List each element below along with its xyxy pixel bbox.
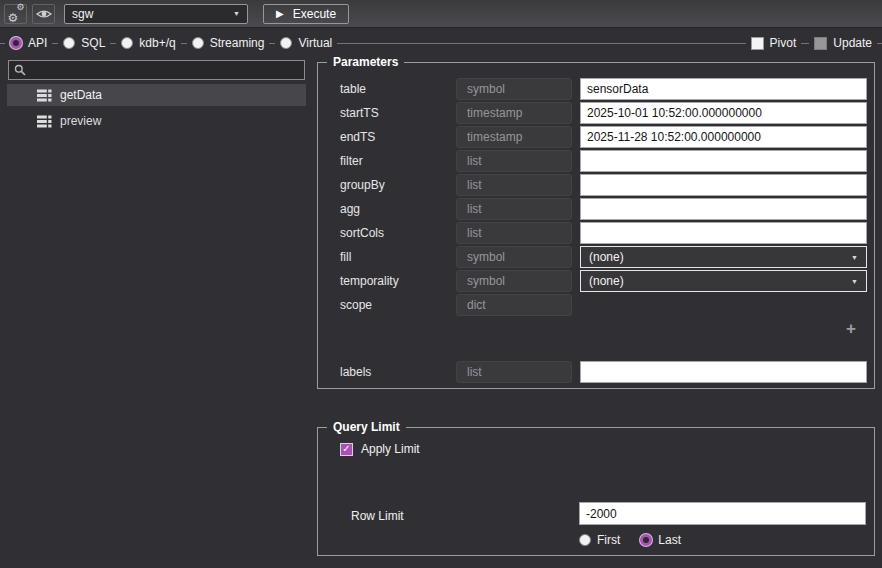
sidebar-item-getdata[interactable]: getData [7, 84, 306, 106]
param-type-chip: list [456, 150, 572, 172]
order-radio-last[interactable]: Last [635, 530, 686, 550]
query-type-radio-sql[interactable]: SQL [58, 33, 110, 53]
radio-label: kdb+/q [139, 36, 175, 50]
param-input-labels[interactable] [580, 361, 867, 383]
param-select-fill[interactable]: (none)▼ [580, 246, 867, 268]
param-type-chip: list [456, 222, 572, 244]
api-list: getData preview [7, 84, 306, 136]
plus-icon: + [846, 319, 856, 338]
flag-label: Pivot [770, 36, 797, 50]
param-select-temporality[interactable]: (none)▼ [580, 270, 867, 292]
parameter-rows: tablesymbolstartTStimestampendTStimestam… [340, 78, 874, 383]
param-row-agg: agglist [340, 198, 874, 220]
table-icon [37, 89, 52, 102]
preview-visibility-button[interactable] [32, 4, 55, 24]
query-type-radio-api[interactable]: API [5, 33, 52, 53]
param-input-table[interactable] [580, 78, 867, 100]
param-row-labels: labelslist [340, 361, 874, 383]
query-limit-panel: Query Limit ✓ Apply Limit Row Limit Firs… [317, 427, 875, 556]
query-type-radio-group: APISQLkdb+/qStreamingVirtual [5, 30, 337, 56]
chevron-down-icon: ▼ [851, 278, 858, 285]
radio-icon [63, 37, 75, 49]
query-type-radio-streaming[interactable]: Streaming [187, 33, 270, 53]
param-label: groupBy [340, 178, 456, 192]
query-limit-panel-title: Query Limit [327, 420, 406, 434]
view-flags-group: PivotUpdate [746, 30, 877, 56]
param-type-chip: list [456, 198, 572, 220]
param-row-endts: endTStimestamp [340, 126, 874, 148]
settings-button[interactable]: ⚙⚙ [4, 4, 27, 24]
scope-add-row: + [340, 318, 874, 340]
param-input-startts[interactable] [580, 102, 867, 124]
execute-button[interactable]: ▶ Execute [263, 4, 349, 24]
param-row-sortcols: sortColslist [340, 222, 874, 244]
row-limit-label: Row Limit [351, 509, 404, 523]
param-input-filter[interactable] [580, 150, 867, 172]
row-limit-input[interactable] [579, 502, 866, 525]
param-row-scope: scopedict [340, 294, 874, 316]
flag-checkbox-pivot[interactable]: Pivot [746, 33, 802, 53]
radio-label: Virtual [298, 36, 332, 50]
radio-label: SQL [81, 36, 105, 50]
order-radio-first[interactable]: First [574, 530, 625, 550]
checkbox-icon [814, 37, 827, 50]
radio-icon [121, 37, 133, 49]
radio-icon [640, 534, 652, 546]
connection-select[interactable]: sgw ▼ [64, 4, 248, 24]
sidebar-item-label: getData [60, 88, 102, 102]
radio-label: Last [658, 533, 681, 547]
flag-label: Update [833, 36, 872, 50]
param-type-chip: symbol [456, 246, 572, 268]
radio-icon [192, 37, 204, 49]
param-row-fill: fillsymbol(none)▼ [340, 246, 874, 268]
top-toolbar: ⚙⚙ sgw ▼ ▶ Execute [0, 0, 882, 28]
play-icon: ▶ [276, 8, 284, 19]
param-input-endts[interactable] [580, 126, 867, 148]
param-label: temporality [340, 274, 456, 288]
table-icon [37, 115, 52, 128]
radio-label: First [597, 533, 620, 547]
param-label: fill [340, 250, 456, 264]
param-label: table [340, 82, 456, 96]
add-scope-entry-button[interactable]: + [846, 321, 856, 337]
param-label: sortCols [340, 226, 456, 240]
param-type-chip: symbol [456, 270, 572, 292]
radio-icon [10, 37, 22, 49]
gears-icon: ⚙⚙ [8, 6, 24, 21]
sidebar-item-label: preview [60, 114, 101, 128]
param-row-temporality: temporalitysymbol(none)▼ [340, 270, 874, 292]
apply-limit-checkbox[interactable]: ✓ Apply Limit [340, 442, 420, 456]
param-label: endTS [340, 130, 456, 144]
query-type-radio-kdb-q[interactable]: kdb+/q [116, 33, 180, 53]
row-limit-order-radio-group: FirstLast [574, 530, 686, 550]
checkbox-icon [751, 37, 764, 50]
execute-button-label: Execute [293, 7, 336, 21]
eye-icon [36, 8, 52, 20]
query-builder-window: ⚙⚙ sgw ▼ ▶ Execute APISQLkdb+/qStreaming… [0, 0, 882, 568]
param-select-value: (none) [589, 274, 624, 288]
param-select-value: (none) [589, 250, 624, 264]
search-input[interactable] [31, 63, 299, 77]
param-row-startts: startTStimestamp [340, 102, 874, 124]
query-type-radio-virtual[interactable]: Virtual [275, 33, 337, 53]
connection-select-value: sgw [72, 7, 93, 21]
param-type-chip: list [456, 174, 572, 196]
param-input-sortcols[interactable] [580, 222, 867, 244]
sidebar-item-preview[interactable]: preview [7, 110, 306, 132]
param-row-table: tablesymbol [340, 78, 874, 100]
param-type-chip: list [456, 361, 572, 383]
param-label: startTS [340, 106, 456, 120]
query-type-row: APISQLkdb+/qStreamingVirtual PivotUpdate [0, 30, 882, 56]
radio-label: Streaming [210, 36, 265, 50]
param-label: agg [340, 202, 456, 216]
param-input-groupby[interactable] [580, 174, 867, 196]
api-search-box[interactable] [8, 60, 305, 80]
param-type-chip: symbol [456, 78, 572, 100]
param-type-chip: timestamp [456, 126, 572, 148]
param-input-agg[interactable] [580, 198, 867, 220]
param-label: filter [340, 154, 456, 168]
radio-icon [579, 534, 591, 546]
param-type-chip: timestamp [456, 102, 572, 124]
flag-checkbox-update[interactable]: Update [809, 33, 877, 53]
apply-limit-label: Apply Limit [361, 442, 420, 456]
